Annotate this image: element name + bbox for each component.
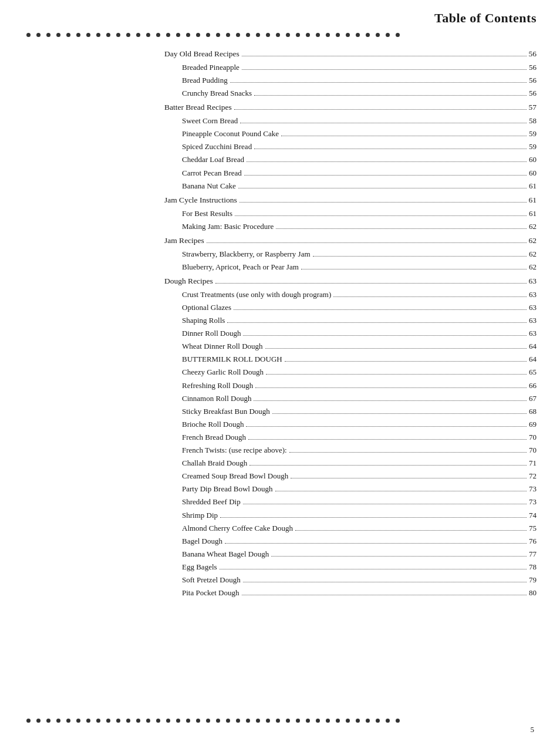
toc-entry: Crust Treatments (use only with dough pr… bbox=[164, 288, 537, 301]
toc-entry-dots bbox=[289, 452, 527, 453]
toc-entry-dots bbox=[254, 149, 527, 149]
toc-entry-dots bbox=[285, 361, 527, 362]
toc-entry-page: 63 bbox=[529, 327, 537, 340]
toc-entry-dots bbox=[295, 530, 527, 531]
toc-entry: Making Jam: Basic Procedure62 bbox=[164, 220, 537, 233]
toc-entry: Egg Bagels78 bbox=[164, 561, 537, 574]
toc-entry-dots bbox=[225, 543, 527, 544]
toc-entry: Dough Recipes63 bbox=[164, 275, 537, 288]
toc-entry-page: 73 bbox=[529, 483, 537, 495]
toc-entry-text: Wheat Dinner Roll Dough bbox=[182, 340, 263, 353]
toc-entry-page: 63 bbox=[529, 288, 537, 301]
toc-entry-page: 67 bbox=[529, 392, 537, 405]
toc-entry-dots bbox=[313, 256, 527, 257]
toc-entry-page: 70 bbox=[529, 431, 537, 444]
toc-entry: Wheat Dinner Roll Dough64 bbox=[164, 340, 537, 353]
toc-entry-dots bbox=[242, 595, 527, 595]
toc-entry-text: Jam Cycle Instructions bbox=[164, 194, 237, 207]
bottom-dot-row bbox=[0, 719, 560, 723]
toc-entry-dots bbox=[234, 309, 527, 310]
toc-entry-text: Jam Recipes bbox=[164, 234, 204, 248]
toc-entry: Soft Pretzel Dough79 bbox=[164, 574, 537, 586]
toc-entry-text: Blueberry, Apricot, Peach or Pear Jam bbox=[182, 261, 299, 274]
toc-entry: Dinner Roll Dough63 bbox=[164, 327, 537, 340]
toc-entry: Shaping Rolls63 bbox=[164, 314, 537, 327]
toc-entry: Shrimp Dip74 bbox=[164, 509, 537, 522]
toc-entry-page: 66 bbox=[529, 379, 537, 392]
toc-entry-page: 73 bbox=[529, 495, 537, 508]
toc-entry-text: Shaping Rolls bbox=[182, 314, 225, 327]
toc-entry-text: Creamed Soup Bread Bowl Dough bbox=[182, 470, 288, 483]
toc-entry-page: 72 bbox=[529, 470, 537, 483]
toc-entry-text: French Twists: (use recipe above): bbox=[182, 444, 287, 457]
toc-entry-text: BUTTERMILK ROLL DOUGH bbox=[182, 353, 282, 366]
toc-entry-dots bbox=[272, 413, 527, 414]
toc-entry-text: Challah Braid Dough bbox=[182, 457, 247, 470]
toc-entry-text: Soft Pretzel Dough bbox=[182, 574, 241, 586]
toc-entry-page: 59 bbox=[529, 140, 537, 153]
toc-entry-dots bbox=[271, 556, 527, 557]
toc-entry: Jam Cycle Instructions61 bbox=[164, 194, 537, 207]
toc-entry: Sweet Corn Bread58 bbox=[164, 114, 537, 127]
toc-entry: French Twists: (use recipe above):70 bbox=[164, 444, 537, 457]
toc-entry-text: Bagel Dough bbox=[182, 535, 222, 548]
toc-entry-dots bbox=[242, 69, 527, 70]
toc-entry-dots bbox=[244, 175, 527, 176]
toc-entry: Creamed Soup Bread Bowl Dough72 bbox=[164, 470, 537, 483]
toc-entry-text: Brioche Roll Dough bbox=[182, 418, 244, 431]
toc-entry-dots bbox=[249, 465, 527, 466]
toc-entry-dots bbox=[255, 387, 527, 388]
toc-entry-text: Spiced Zucchini Bread bbox=[182, 140, 252, 153]
toc-entry-text: Carrot Pecan Bread bbox=[182, 167, 242, 180]
toc-entry-dots bbox=[246, 426, 527, 427]
toc-entry-page: 69 bbox=[529, 418, 537, 431]
toc-entry-dots bbox=[243, 335, 527, 336]
toc-content: Day Old Bread Recipes56Breaded Pineapple… bbox=[0, 41, 560, 605]
bottom-area: 5 bbox=[0, 719, 560, 734]
toc-entry-page: 74 bbox=[529, 509, 537, 522]
toc-entry: Breaded Pineapple56 bbox=[164, 61, 537, 74]
toc-entry: Brioche Roll Dough69 bbox=[164, 418, 537, 431]
page-number: 5 bbox=[0, 725, 560, 734]
toc-entry-dots bbox=[266, 374, 527, 375]
toc-entry: Batter Bread Recipes57 bbox=[164, 101, 537, 114]
toc-entry-page: 64 bbox=[529, 340, 537, 353]
toc-entry-page: 76 bbox=[529, 535, 537, 548]
toc-entry-page: 75 bbox=[529, 522, 537, 535]
toc-entry-page: 61 bbox=[529, 207, 537, 220]
toc-entry-text: Shrimp Dip bbox=[182, 509, 218, 522]
toc-entry-dots bbox=[276, 228, 527, 229]
toc-entry: French Bread Dough70 bbox=[164, 431, 537, 444]
toc-entry-dots bbox=[301, 269, 527, 269]
toc-entry-dots bbox=[220, 569, 527, 569]
toc-entry-text: Sweet Corn Bread bbox=[182, 114, 238, 127]
toc-entry-page: 70 bbox=[529, 444, 537, 457]
toc-entry-text: Banana Nut Cake bbox=[182, 180, 236, 193]
toc-entry: Cheezy Garlic Roll Dough65 bbox=[164, 366, 537, 379]
toc-entry-text: Refreshing Roll Dough bbox=[182, 379, 253, 392]
toc-entry-text: Making Jam: Basic Procedure bbox=[182, 220, 274, 233]
toc-entry-dots bbox=[243, 582, 527, 582]
toc-entry: Challah Braid Dough71 bbox=[164, 457, 537, 470]
toc-entry-dots bbox=[265, 348, 527, 349]
toc-entry: Shredded Beef Dip73 bbox=[164, 495, 537, 508]
toc-entry-page: 58 bbox=[529, 114, 537, 127]
toc-entry-dots bbox=[248, 439, 527, 440]
toc-entry: Carrot Pecan Bread60 bbox=[164, 167, 537, 180]
toc-entry-dots bbox=[333, 296, 527, 297]
toc-entry: Crunchy Bread Snacks56 bbox=[164, 87, 537, 100]
toc-entry-page: 60 bbox=[529, 153, 537, 166]
toc-entry-dots bbox=[239, 202, 527, 203]
toc-entry-dots bbox=[238, 188, 527, 188]
toc-entry-page: 63 bbox=[529, 314, 537, 327]
toc-entry: Strawberry, Blackberry, or Raspberry Jam… bbox=[164, 248, 537, 261]
toc-entry-text: Sticky Breakfast Bun Dough bbox=[182, 405, 270, 418]
toc-entry-dots bbox=[243, 504, 527, 504]
toc-entry-dots bbox=[291, 478, 527, 478]
toc-entry-dots bbox=[240, 123, 527, 123]
top-dot-row bbox=[0, 29, 560, 41]
toc-entry-text: Banana Wheat Bagel Dough bbox=[182, 548, 269, 561]
toc-entry: Almond Cherry Coffee Cake Dough75 bbox=[164, 522, 537, 535]
toc-entry-text: Almond Cherry Coffee Cake Dough bbox=[182, 522, 293, 535]
toc-entry: Party Dip Bread Bowl Dough73 bbox=[164, 483, 537, 495]
